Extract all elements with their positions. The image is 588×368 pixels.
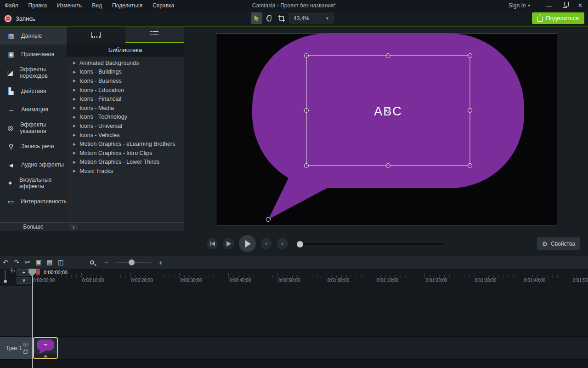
- sidebar-item[interactable]: Эффекты переходов: [0, 63, 67, 82]
- library-folder-row[interactable]: ▶ Animated Backgrounds: [67, 58, 184, 68]
- ruler-label: 0:00:10;00: [81, 278, 130, 283]
- timeline-zoom-button[interactable]: [86, 259, 97, 266]
- track-1-lane[interactable]: [32, 336, 588, 360]
- library-folder-row[interactable]: ▶ Motion Graphics - eLearning Brothers: [67, 139, 184, 149]
- copy-button[interactable]: ▣: [33, 259, 44, 266]
- share-button[interactable]: Поделиться: [532, 12, 584, 24]
- timeline-ruler[interactable]: 0:00:00;000:00:10;000:00:20;000:00:30;00…: [32, 278, 588, 283]
- clip-marker-icon: [43, 355, 48, 357]
- library-folder-row[interactable]: ▶ Icons - Technology: [67, 113, 184, 122]
- restore-icon: [563, 4, 567, 8]
- library-folder-row[interactable]: ▶ Icons - Education: [67, 86, 184, 95]
- properties-button[interactable]: ⚙ Свойства: [537, 237, 580, 250]
- sidebar-item[interactable]: Аудио эффекты: [0, 155, 67, 174]
- ruler-label: 0:00:20;00: [130, 278, 180, 283]
- speech-bubble-callout[interactable]: [252, 34, 524, 219]
- filmstrip-icon: [91, 32, 101, 38]
- menu-item[interactable]: Справка: [153, 2, 174, 9]
- expand-arrow-icon: ▶: [73, 160, 79, 164]
- sidebar-item-icon: [6, 198, 15, 205]
- library-folder-row[interactable]: ▶ Music Tracks: [67, 167, 184, 176]
- jump-forward-button[interactable]: ›: [277, 238, 288, 249]
- split-button[interactable]: ◫: [55, 259, 66, 266]
- library-folder-row[interactable]: ▶ Icons - Media: [67, 104, 184, 113]
- hand-icon: [266, 15, 272, 22]
- close-button[interactable]: ×: [572, 0, 588, 11]
- camtasia-window: ФайлПравкаИзменитьВидПоделитьсяСправка C…: [0, 0, 588, 368]
- minimize-button[interactable]: —: [541, 0, 557, 11]
- sidebar-item[interactable]: Эффекты указателя: [0, 119, 67, 137]
- zoom-out-button[interactable]: −: [102, 259, 111, 266]
- library-folder-row[interactable]: ▶ Icons - Buildings: [67, 68, 184, 77]
- paste-button[interactable]: ▤: [44, 259, 55, 266]
- library-panel: Библиотека ▶ Animated Backgrounds ▶ Icon…: [67, 27, 184, 222]
- menu-item[interactable]: Вид: [92, 2, 102, 9]
- seek-knob[interactable]: [297, 241, 303, 247]
- previous-frame-button[interactable]: [207, 238, 218, 249]
- library-list: ▶ Animated Backgrounds ▶ Icons - Buildin…: [67, 57, 184, 176]
- redo-button[interactable]: ↷: [11, 259, 22, 266]
- add-panel-button[interactable]: +: [70, 224, 78, 230]
- library-folder-row[interactable]: ▶ Icons - Universal: [67, 121, 184, 131]
- seek-bar[interactable]: [297, 243, 444, 245]
- sidebar-item[interactable]: Примечания: [0, 45, 67, 63]
- sidebar-item[interactable]: Анимация: [0, 100, 67, 119]
- cursor-tool-button[interactable]: [251, 12, 262, 24]
- restore-button[interactable]: [557, 0, 572, 11]
- timeline[interactable]: 0:00:00;000:00:10;000:00:20;000:00:30;00…: [0, 269, 588, 368]
- library-folder-row[interactable]: ▶ Motion Graphics - Intro Clips: [67, 149, 184, 158]
- library-folder-row[interactable]: ▶ Icons - Business: [67, 76, 184, 86]
- menu-item[interactable]: Правка: [28, 2, 47, 9]
- more-button[interactable]: Больше: [0, 224, 67, 230]
- track-lock-icon[interactable]: [23, 351, 28, 354]
- expand-arrow-icon: ▶: [73, 106, 79, 110]
- playhead-line[interactable]: [32, 269, 33, 368]
- collapse-tracks-button[interactable]: ∨: [17, 277, 31, 284]
- library-folder-label: Motion Graphics - eLearning Brothers: [79, 141, 175, 147]
- tab-library[interactable]: [125, 27, 184, 43]
- tail-handle[interactable]: [266, 218, 271, 222]
- timeline-clip-callout[interactable]: [33, 337, 58, 359]
- sidebar-item[interactable]: Визуальные эффекты: [0, 174, 67, 192]
- sidebar: Данные Примечания Эффекты переходов Дейс…: [0, 27, 67, 222]
- playhead-out-marker[interactable]: [36, 269, 40, 275]
- crop-tool-button[interactable]: [276, 12, 287, 24]
- expand-arrow-icon: ▶: [73, 169, 79, 173]
- track-name: Трек 1: [6, 345, 22, 351]
- expand-arrow-icon: ▶: [73, 97, 79, 101]
- ruler-label: 0:01:50;00: [572, 278, 588, 283]
- timeline-zoom-slider[interactable]: [116, 262, 152, 263]
- sidebar-item[interactable]: Данные: [0, 27, 67, 45]
- cut-button[interactable]: ✂: [22, 259, 33, 266]
- timeline-zoom-knob[interactable]: [129, 259, 135, 265]
- menu-item[interactable]: Файл: [5, 2, 18, 9]
- sidebar-item-label: Эффекты указателя: [20, 121, 67, 134]
- pan-tool-button[interactable]: [263, 12, 275, 24]
- step-forward-button[interactable]: [223, 238, 234, 249]
- sidebar-item[interactable]: Действия: [0, 82, 67, 100]
- library-folder-row[interactable]: ▶ Icons - Vehicles: [67, 131, 184, 140]
- tab-media[interactable]: [67, 27, 125, 43]
- undo-button[interactable]: ↶: [0, 259, 11, 266]
- canvas-stage[interactable]: ABC: [216, 33, 557, 225]
- library-folder-row[interactable]: ▶ Icons - Financial: [67, 94, 184, 104]
- sidebar-item[interactable]: Интерактивность: [0, 192, 67, 211]
- share-icon: [537, 17, 543, 22]
- track-visibility-eye-icon[interactable]: [23, 343, 28, 346]
- play-button[interactable]: [239, 235, 256, 252]
- zoom-in-button[interactable]: +: [156, 259, 165, 266]
- track-height-knob[interactable]: [4, 280, 7, 283]
- jump-back-button[interactable]: ‹: [260, 238, 272, 249]
- sidebar-item-icon: [6, 161, 16, 168]
- library-folder-row[interactable]: ▶ Motion Graphics - Lower Thirds: [67, 158, 184, 167]
- sidebar-item-icon: [6, 179, 14, 187]
- library-folder-label: Icons - Technology: [79, 114, 127, 120]
- menu-item[interactable]: Поделиться: [112, 2, 142, 9]
- canvas-zoom-dropdown[interactable]: 43,4% ▼: [289, 13, 334, 23]
- sign-in-button[interactable]: Sign In ▾: [509, 2, 530, 9]
- sidebar-item[interactable]: Запись речи: [0, 137, 67, 155]
- menu-item[interactable]: Изменить: [57, 2, 82, 9]
- track-zoom-controls[interactable]: +−: [9, 269, 15, 283]
- record-button[interactable]: Запись: [5, 13, 35, 24]
- library-folder-label: Motion Graphics - Lower Thirds: [79, 159, 159, 165]
